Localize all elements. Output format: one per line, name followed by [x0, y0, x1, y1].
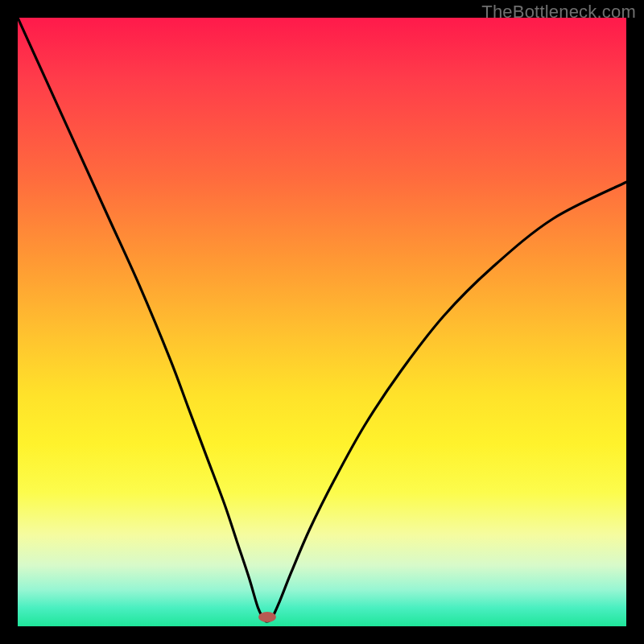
curve-svg: [18, 18, 626, 626]
bottleneck-curve-path: [18, 18, 626, 621]
plot-area: [18, 18, 626, 626]
chart-frame: TheBottleneck.com: [0, 0, 644, 644]
